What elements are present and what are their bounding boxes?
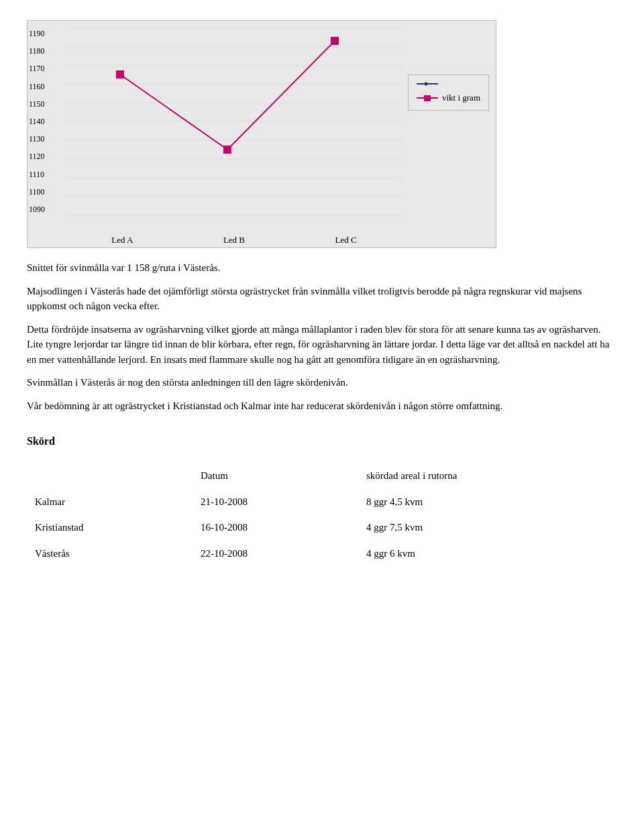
header-col3: skördad areal i rutorna (358, 463, 617, 489)
chart-svg (66, 28, 402, 229)
date-kalmar: 21-10-2008 (193, 489, 358, 515)
para5-cont: En insats med flammare skulle nog ha gåt… (150, 354, 500, 365)
y-label: 1120 (29, 150, 45, 162)
header-col1 (27, 463, 193, 489)
date-västerås: 22-10-2008 (193, 541, 358, 567)
chart-container: 1190 1180 1170 1160 1150 1140 1130 1120 … (27, 20, 617, 248)
table-header-row: Datum skördad areal i rutorna (27, 463, 617, 489)
svg-rect-17 (424, 95, 431, 101)
y-label: 1110 (29, 168, 45, 180)
skörd-section: Skörd Datum skördad areal i rutorna Kalm… (27, 433, 617, 566)
area-kristianstad: 4 ggr 7,5 kvm (358, 514, 617, 541)
date-kristianstad: 16-10-2008 (193, 514, 358, 541)
paragraph-7: Vår bedömning är att ogrästrycket i Kris… (27, 398, 617, 414)
snitt-text: Snittet för svinmålla var 1 158 g/ruta i… (27, 260, 617, 276)
x-axis-labels: Led A Led B Led C (66, 233, 402, 247)
table-row: Kristianstad 16-10-2008 4 ggr 7,5 kvm (27, 514, 617, 541)
location-västerås: Västerås (27, 541, 193, 567)
y-label: 1100 (29, 186, 45, 198)
area-västerås: 4 ggr 6 kvm (358, 541, 617, 567)
table-row: Västerås 22-10-2008 4 ggr 6 kvm (27, 541, 617, 567)
legend-item-pink: vikt i gram (417, 91, 480, 105)
table-row: Kalmar 21-10-2008 8 ggr 4,5 kvm (27, 489, 617, 515)
x-label-c: Led C (319, 233, 373, 247)
header-col2: Datum (193, 463, 358, 489)
svg-rect-13 (331, 37, 339, 45)
y-label: 1160 (29, 80, 45, 93)
y-label: 1190 (29, 28, 45, 40)
legend-item-blue (417, 80, 480, 87)
y-label: 1090 (29, 203, 45, 215)
paragraph-2: Detta fördröjde insatserna av ogräsharvn… (27, 322, 617, 368)
chart-legend: vikt i gram (408, 74, 489, 111)
harvest-table: Datum skördad areal i rutorna Kalmar 21-… (27, 463, 617, 566)
area-kalmar: 8 ggr 4,5 kvm (358, 489, 617, 515)
location-kalmar: Kalmar (27, 489, 193, 515)
location-kristianstad: Kristianstad (27, 514, 193, 541)
skörd-title: Skörd (27, 433, 617, 449)
x-label-b: Led B (207, 233, 261, 247)
svg-marker-15 (423, 82, 429, 86)
svg-rect-12 (223, 146, 231, 154)
paragraph-1: Majsodlingen i Västerås hade det ojämför… (27, 284, 617, 314)
snitt-paragraph: Snittet för svinmålla var 1 158 g/ruta i… (27, 260, 617, 276)
x-label-a: Led A (95, 233, 149, 247)
legend-pink-label: vikt i gram (442, 91, 480, 105)
paragraph-6: Svinmållan i Västerås är nog den största… (27, 375, 617, 390)
y-label: 1130 (29, 133, 45, 145)
svg-rect-11 (116, 70, 124, 78)
legend-blue-icon (417, 80, 438, 87)
y-label: 1150 (29, 98, 45, 110)
main-text: Majsodlingen i Västerås hade det ojämför… (27, 284, 617, 414)
y-label: 1180 (29, 45, 45, 57)
para3-cont: Lite tyngre lerjordar tar längre tid inn… (27, 339, 438, 349)
y-label: 1140 (29, 115, 45, 127)
y-axis-labels: 1190 1180 1170 1160 1150 1140 1130 1120 … (29, 28, 45, 215)
legend-pink-icon (417, 95, 438, 101)
para2-text: Detta fördröjde insatserna av ogräsharvn… (27, 324, 601, 335)
y-label: 1170 (29, 62, 45, 74)
